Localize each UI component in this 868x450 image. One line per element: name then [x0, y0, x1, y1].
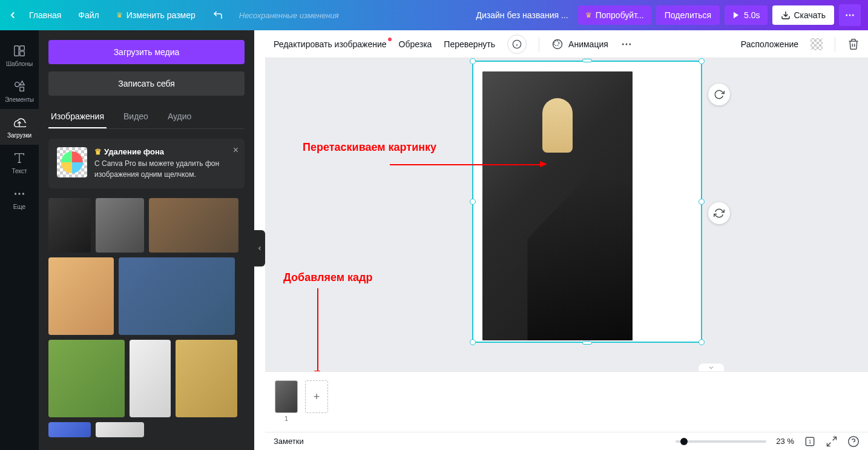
media-item[interactable] — [48, 340, 125, 417]
design-stage[interactable] — [472, 61, 702, 343]
resize-handle[interactable] — [582, 59, 592, 62]
resize-handle[interactable] — [699, 58, 705, 64]
templates-icon — [12, 44, 27, 58]
media-item[interactable] — [176, 340, 237, 417]
position-button[interactable]: Расположение — [741, 39, 798, 49]
resize-handle[interactable] — [470, 58, 476, 64]
edit-image-button[interactable]: Редактировать изображение — [274, 39, 387, 49]
promo-close-button[interactable]: × — [233, 145, 238, 156]
try-label: Попробуйт... — [596, 10, 644, 20]
page-number: 1 — [284, 415, 288, 422]
help-button[interactable] — [847, 435, 860, 448]
promo-title: ♛Удаление фона — [94, 147, 236, 156]
sync-button[interactable] — [708, 202, 730, 224]
try-pro-button[interactable]: ♛Попробуйт... — [578, 5, 651, 25]
fullscreen-button[interactable] — [826, 435, 838, 448]
undo-button[interactable] — [206, 6, 229, 24]
media-item[interactable] — [48, 198, 91, 253]
back-icon[interactable] — [7, 10, 18, 21]
panel-tabs: Изображения Видео Аудио — [48, 105, 245, 129]
rail-text[interactable]: Текст — [0, 145, 39, 180]
svg-rect-9 — [20, 87, 24, 91]
zoom-slider[interactable] — [676, 440, 766, 443]
crown-icon: ♛ — [116, 11, 123, 19]
svg-marker-10 — [20, 81, 24, 85]
text-icon — [12, 151, 27, 165]
media-item[interactable] — [48, 422, 91, 437]
svg-marker-0 — [734, 12, 738, 19]
animation-button[interactable]: Анимация — [551, 38, 608, 50]
rail-uploads[interactable]: Загрузки — [0, 109, 39, 145]
svg-point-29 — [849, 436, 859, 446]
media-item[interactable] — [48, 257, 114, 335]
toolbar-more-button[interactable] — [620, 38, 633, 50]
svg-point-15 — [18, 193, 20, 194]
resize-handle[interactable] — [470, 339, 476, 345]
rail-more-label: Еще — [0, 203, 39, 210]
media-item[interactable] — [96, 198, 144, 253]
resize-label: Изменить размер — [127, 10, 196, 20]
share-button[interactable]: Поделиться — [656, 5, 720, 25]
page-thumbnail[interactable] — [275, 380, 298, 413]
flip-button[interactable]: Перевернуть — [444, 39, 495, 49]
left-rail: Шаблоны Элементы Загрузки Текст Еще — [0, 30, 39, 450]
canvas-area[interactable]: Перетаскиваем картинку Добавляем кадр — [265, 58, 868, 371]
page-thumb-wrap: 1 — [275, 380, 298, 422]
notes-button[interactable]: Заметки — [274, 437, 304, 446]
canvas-toolbar: Редактировать изображение Обрезка Переве… — [265, 30, 868, 58]
tab-audio[interactable]: Аудио — [165, 105, 194, 128]
pages-strip: 1 + — [265, 371, 868, 432]
resize-handle[interactable] — [699, 339, 705, 345]
download-button[interactable]: Скачать — [772, 5, 835, 25]
upload-media-button[interactable]: Загрузить медиа — [48, 40, 245, 64]
file-button[interactable]: Файл — [72, 7, 105, 24]
share-label: Поделиться — [665, 10, 711, 20]
play-button[interactable]: 5.0s — [725, 5, 767, 25]
svg-point-8 — [15, 82, 19, 87]
resize-handle[interactable] — [582, 341, 592, 345]
replace-image-button[interactable] — [708, 84, 730, 105]
crop-button[interactable]: Обрезка — [399, 39, 432, 49]
placed-image[interactable] — [482, 71, 633, 340]
top-more-button[interactable] — [839, 4, 861, 26]
delete-button[interactable] — [847, 38, 860, 50]
design-title[interactable]: Дизайн без названия ... — [472, 10, 573, 20]
transparency-button[interactable] — [810, 38, 823, 50]
resize-handle[interactable] — [699, 199, 705, 205]
pages-view-button[interactable]: 1 — [804, 435, 816, 448]
info-button[interactable] — [507, 35, 527, 54]
media-item[interactable] — [119, 257, 235, 335]
svg-text:1: 1 — [809, 438, 812, 445]
edit-image-label: Редактировать изображение — [274, 39, 387, 49]
resize-handle[interactable] — [470, 199, 476, 205]
zoom-knob[interactable] — [680, 438, 688, 445]
rail-more[interactable]: Еще — [0, 180, 39, 216]
resize-button[interactable]: ♛Изменить размер — [110, 7, 202, 24]
media-item[interactable] — [149, 198, 238, 253]
add-page-button[interactable]: + — [305, 380, 328, 413]
home-button[interactable]: Главная — [23, 7, 67, 24]
svg-point-14 — [15, 193, 16, 194]
svg-point-23 — [625, 43, 627, 45]
pages-collapse-handle[interactable] — [699, 363, 724, 371]
crown-icon: ♛ — [94, 147, 102, 156]
record-label: Записать себя — [118, 79, 175, 88]
rail-text-label: Текст — [0, 168, 39, 174]
record-self-button[interactable]: Записать себя — [48, 71, 245, 96]
media-item[interactable] — [96, 422, 144, 437]
tab-video[interactable]: Видео — [121, 105, 151, 128]
rail-elements-label: Элементы — [0, 96, 39, 103]
tab-images[interactable]: Изображения — [48, 105, 107, 128]
rail-elements[interactable]: Элементы — [0, 73, 39, 109]
top-bar: Главная Файл ♛Изменить размер Несохранен… — [0, 0, 868, 30]
rail-templates[interactable]: Шаблоны — [0, 38, 39, 73]
promo-body: С Canva Pro вы можете удалить фон изобра… — [94, 158, 236, 180]
status-bar: Заметки 23 % 1 — [265, 432, 868, 450]
notification-dot — [388, 38, 392, 41]
panel-collapse-handle[interactable] — [254, 230, 265, 266]
download-icon — [781, 10, 791, 20]
svg-rect-6 — [20, 46, 24, 50]
side-panel: Загрузить медиа Записать себя Изображени… — [39, 30, 254, 450]
zoom-value[interactable]: 23 % — [776, 437, 794, 446]
media-item[interactable] — [130, 340, 171, 417]
